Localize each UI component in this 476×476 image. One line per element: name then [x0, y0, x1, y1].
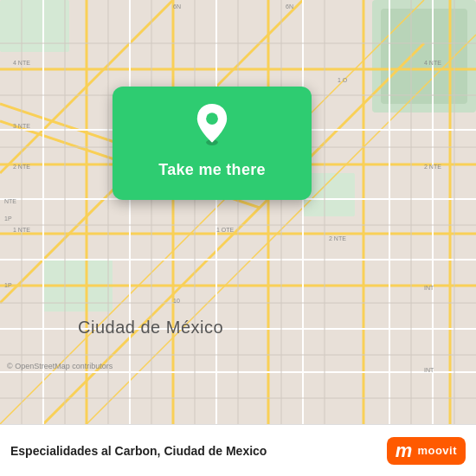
place-name: Especialidades al Carbon, Ciudad de Mexi…	[10, 444, 267, 458]
svg-text:1P: 1P	[4, 282, 12, 288]
svg-text:1 NTE: 1 NTE	[13, 227, 30, 233]
svg-text:2 NTE: 2 NTE	[13, 164, 30, 170]
moovit-brand-name: moovit	[417, 444, 457, 457]
svg-text:INT: INT	[424, 285, 434, 291]
location-pin-icon	[191, 104, 233, 145]
moovit-m-letter: m	[396, 441, 413, 460]
svg-text:2 NTE: 2 NTE	[329, 235, 346, 241]
moovit-logo[interactable]: m moovit	[387, 437, 466, 465]
svg-text:6N: 6N	[173, 3, 181, 10]
svg-text:2 NTE: 2 NTE	[424, 164, 441, 170]
svg-text:10: 10	[173, 298, 180, 304]
take-me-there-button[interactable]: Take me there	[151, 158, 273, 183]
svg-text:1 OTE: 1 OTE	[216, 227, 235, 233]
map-attribution: © OpenStreetMap contributors	[7, 362, 113, 370]
svg-text:1P: 1P	[4, 215, 12, 222]
bottom-bar: Especialidades al Carbon, Ciudad de Mexi…	[0, 424, 476, 476]
svg-text:3 NTE: 3 NTE	[13, 123, 30, 129]
svg-text:4 NTE: 4 NTE	[13, 60, 30, 66]
map-container: 4 NTE 3 NTE 2 NTE 1 NTE 4 NTE 2 NTE 6N 6…	[0, 0, 476, 424]
location-card: Take me there	[113, 87, 312, 200]
svg-text:1 O: 1 O	[338, 77, 348, 83]
place-info: Especialidades al Carbon, Ciudad de Mexi…	[10, 444, 267, 458]
svg-text:NTE: NTE	[4, 198, 16, 204]
svg-rect-3	[0, 0, 69, 52]
svg-text:INT: INT	[424, 367, 434, 373]
svg-text:6N: 6N	[286, 3, 293, 10]
svg-text:4 NTE: 4 NTE	[424, 60, 441, 66]
svg-point-68	[206, 113, 218, 125]
